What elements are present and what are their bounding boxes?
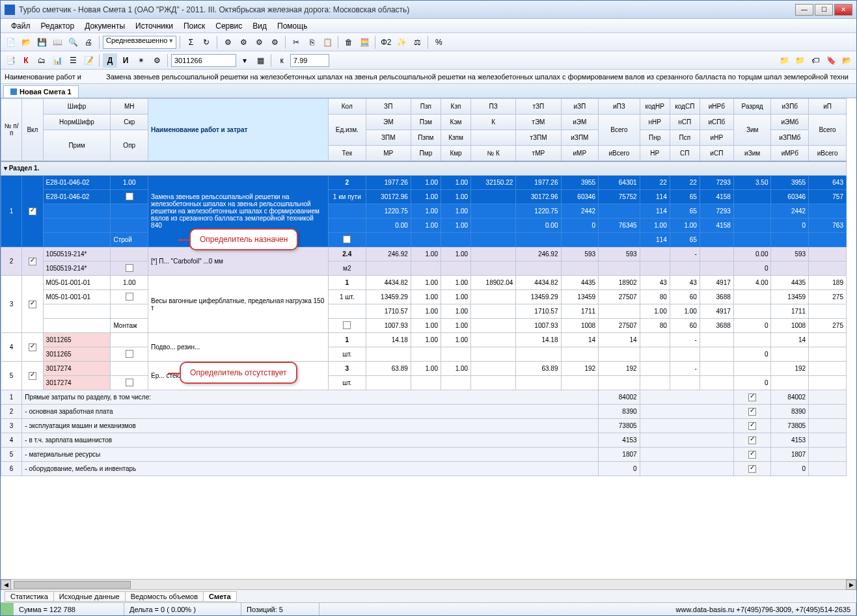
cut-icon[interactable]: ✂ <box>289 35 303 49</box>
book-icon[interactable]: 📖 <box>50 35 64 49</box>
scroll-thumb[interactable] <box>14 581 131 589</box>
t2-icon-6[interactable]: 📝 <box>81 53 96 68</box>
minimize-button[interactable]: — <box>795 4 813 16</box>
data-row[interactable]: М05-01-001-01 1 шт.13459.291.001.0013459… <box>1 290 847 304</box>
data-row[interactable]: 1 E28-01-046-02 1.00 Замена звеньев рель… <box>1 176 847 190</box>
data-row[interactable]: 3 М05-01-001-01 1.00 Весы вагонные цифер… <box>1 276 847 290</box>
percent-icon[interactable]: % <box>431 35 446 49</box>
search-icon[interactable]: 🔍 <box>66 35 80 49</box>
bottom-tabs: Статистика Исходные данные Ведомость объ… <box>1 589 856 602</box>
sum-icon[interactable]: Σ <box>184 35 198 49</box>
btab-stats[interactable]: Статистика <box>5 591 54 602</box>
menu-service[interactable]: Сервис <box>210 20 247 32</box>
hdr-kol[interactable]: Кол <box>328 99 366 114</box>
doc-tab-icon <box>10 88 17 95</box>
menu-editor[interactable]: Редактор <box>36 20 80 32</box>
hscroll[interactable]: ◀ ▶ <box>1 579 856 589</box>
copy-icon[interactable]: ⎘ <box>305 35 319 49</box>
t2-icon-4[interactable]: 📊 <box>50 53 64 68</box>
status-pos: Позиций: 5 <box>241 603 320 615</box>
t2-r2-icon[interactable]: 📁 <box>793 53 807 68</box>
tool-d-icon[interactable]: ⚙ <box>267 35 282 49</box>
tool-b-icon[interactable]: ⚙ <box>236 35 251 49</box>
totals-row[interactable]: 5 - материальные ресурсы 1807 1807 <box>1 448 847 462</box>
open-icon[interactable]: 📂 <box>19 35 33 49</box>
status-right: www.data-basis.ru +7(495)796-3009, +7(49… <box>671 603 856 615</box>
doc-tabbar: Новая Смета 1 <box>1 84 856 98</box>
status-delta: Дельта = 0 ( 0.00% ) <box>124 603 241 615</box>
data-row[interactable]: 1220.751.001.001220.7524421146572932442 <box>1 204 847 219</box>
grid-icon[interactable]: ▦ <box>253 53 267 68</box>
data-row[interactable]: 4 3011265 Подво... резин... 114.181.001.… <box>1 333 847 347</box>
totals-row[interactable]: 6 - оборудование, мебель и инвентарь 0 0 <box>1 462 847 476</box>
menu-file[interactable]: Файл <box>6 20 36 32</box>
hdr-name[interactable]: Наименование работ и затрат <box>148 99 329 161</box>
wand-icon[interactable]: ✨ <box>394 35 409 49</box>
code-dd-icon[interactable]: ▾ <box>238 53 252 68</box>
paste-icon[interactable]: 📋 <box>320 35 334 49</box>
menu-search[interactable]: Поиск <box>178 20 210 32</box>
t2-icon-cfg[interactable]: ⚙ <box>150 53 164 68</box>
hdr-mn[interactable]: МН <box>111 99 148 114</box>
t2-d-icon[interactable]: Д <box>103 53 117 68</box>
calc-icon[interactable]: 🧮 <box>357 35 372 49</box>
data-row[interactable]: 2 1050519-214* [*] П... "Carbofoil" ...0… <box>1 247 847 261</box>
menu-documents[interactable]: Документы <box>79 20 130 32</box>
hdr-vkl[interactable]: Вкл <box>22 99 43 161</box>
app-icon <box>5 5 15 15</box>
data-row[interactable]: E28-01-046-02 1 км пути30172.961.001.003… <box>1 190 847 204</box>
data-row[interactable]: 0.001.001.000.000763451.001.0041580763 <box>1 219 847 233</box>
phi-icon[interactable]: Φ2 <box>379 35 393 49</box>
t2-k-icon[interactable]: К <box>19 53 33 68</box>
info-label: Наименование работ и <box>5 73 106 81</box>
save-icon[interactable]: 💾 <box>34 35 49 49</box>
scroll-right-icon[interactable]: ▶ <box>846 580 856 590</box>
totals-row[interactable]: 2 - основная заработная плата 8390 8390 <box>1 405 847 419</box>
code-input[interactable] <box>171 54 236 67</box>
btab-src[interactable]: Исходные данные <box>53 591 126 602</box>
price-input[interactable] <box>290 54 329 67</box>
data-row[interactable]: 5 3017274 Ер... стекла и нержавеющей ста… <box>1 362 847 376</box>
t2-icon-3[interactable]: 🗂 <box>34 53 49 68</box>
t2-r5-icon[interactable]: 📂 <box>839 53 854 68</box>
print-icon[interactable]: 🖨 <box>81 35 96 49</box>
delete-icon[interactable]: 🗑 <box>342 35 356 49</box>
t2-i-icon[interactable]: И <box>118 53 133 68</box>
t2-r4-icon[interactable]: 🔖 <box>824 53 838 68</box>
totals-row[interactable]: 1 Прямые затраты по разделу, в том числе… <box>1 390 847 405</box>
menu-help[interactable]: Помощь <box>272 20 312 32</box>
hdr-shifr[interactable]: Шифр <box>43 99 111 114</box>
hdr-n[interactable]: № п/п <box>1 99 22 161</box>
close-button[interactable]: ✕ <box>834 4 852 16</box>
t2-icon-gear[interactable]: ✴ <box>134 53 148 68</box>
section-header[interactable]: ▾ Раздел 1. <box>1 161 847 176</box>
data-row[interactable]: Монтаж 1007.931.001.001007.9310082750780… <box>1 319 847 333</box>
data-row[interactable]: 3011265 шт.0 <box>1 347 847 362</box>
data-row[interactable]: 1710.571.001.001710.5717111.001.00491717… <box>1 304 847 319</box>
data-row[interactable]: Строй 11465 <box>1 233 847 247</box>
t2-icon-5[interactable]: ☰ <box>66 53 80 68</box>
scales-icon[interactable]: ⚖ <box>410 35 424 49</box>
btab-vol[interactable]: Ведомость объемов <box>125 591 204 602</box>
combo-weighting[interactable]: Средневзвешенно <box>103 36 176 49</box>
k-icon[interactable]: к <box>275 53 289 68</box>
data-row[interactable]: 3017274 шт.0 <box>1 376 847 390</box>
tool-a-icon[interactable]: ⚙ <box>221 35 235 49</box>
scroll-left-icon[interactable]: ◀ <box>1 580 11 590</box>
totals-row[interactable]: 4 - в т.ч. зарплата машинистов 4153 4153 <box>1 433 847 448</box>
refresh-icon[interactable]: ↻ <box>199 35 213 49</box>
grid-area[interactable]: № п/п Вкл Шифр МН Наименование работ и з… <box>1 98 856 579</box>
menu-sources[interactable]: Источники <box>130 20 178 32</box>
new-icon[interactable]: 📄 <box>3 35 18 49</box>
t2-icon-1[interactable]: 📑 <box>3 53 18 68</box>
tool-c-icon[interactable]: ⚙ <box>252 35 266 49</box>
totals-row[interactable]: 3 - эксплуатация машин и механизмов 7380… <box>1 419 847 433</box>
maximize-button[interactable]: ☐ <box>815 4 833 16</box>
btab-smeta[interactable]: Смета <box>203 591 237 602</box>
menu-view[interactable]: Вид <box>247 20 272 32</box>
t2-r1-icon[interactable]: 📁 <box>777 53 791 68</box>
toolbar-2: 📑 К 🗂 📊 ☰ 📝 Д И ✴ ⚙ ▾ ▦ к 📁 📁 🏷 🔖 📂 <box>1 51 856 70</box>
data-row[interactable]: 1050519-214* м20 <box>1 261 847 276</box>
t2-r3-icon[interactable]: 🏷 <box>808 53 823 68</box>
doc-tab-1[interactable]: Новая Смета 1 <box>3 85 79 98</box>
